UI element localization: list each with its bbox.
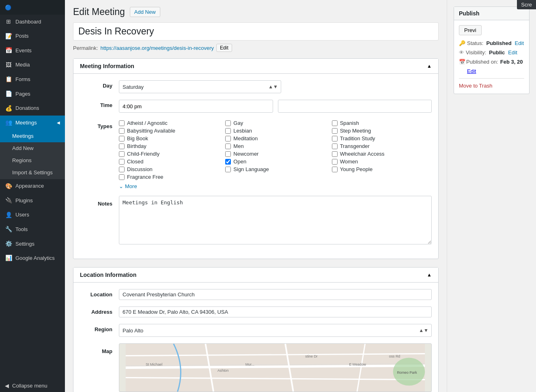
checkbox-wheelchair[interactable] <box>332 151 338 157</box>
time-input-start[interactable] <box>119 100 273 113</box>
permalink-url[interactable]: https://aasanjose.org/meetings/desis-in-… <box>100 45 214 51</box>
type-lesbian: Lesbian <box>225 127 325 135</box>
publish-box: Publish Previ 🔑 Status: Published Edit 👁… <box>454 6 530 94</box>
add-new-button[interactable]: Add New <box>130 7 160 17</box>
metabox-collapse-icon: ▲ <box>427 63 432 69</box>
sidebar-submenu-add-new[interactable]: Add New <box>0 142 65 154</box>
sidebar-item-forms[interactable]: 📋 Forms <box>0 72 65 87</box>
appearance-icon: 🎨 <box>5 182 12 191</box>
sidebar-item-posts[interactable]: 📝 Posts <box>0 29 65 44</box>
sidebar-item-meetings[interactable]: 👥 Meetings ◀ <box>0 116 65 130</box>
notes-textarea[interactable]: Meetings in English <box>119 196 432 244</box>
checkbox-transgender[interactable] <box>332 144 338 149</box>
notes-control: Meetings in English <box>119 196 432 246</box>
sidebar-item-events[interactable]: 📅 Events <box>0 43 65 58</box>
checkbox-young-people[interactable] <box>332 167 338 172</box>
checkbox-discussion[interactable] <box>119 167 125 172</box>
status-value: Published <box>486 40 511 46</box>
sidebar-item-donations[interactable]: 💰 Donations <box>0 101 65 116</box>
checkbox-fragrance-free[interactable] <box>119 174 125 180</box>
region-control: Palo Alto San Jose Santa Clara Mountain … <box>119 324 432 337</box>
dashboard-icon: ⊞ <box>5 18 12 26</box>
type-spanish-label: Spanish <box>340 120 359 126</box>
analytics-icon: 📊 <box>5 254 12 262</box>
sidebar-item-label: Events <box>15 47 32 54</box>
address-input[interactable] <box>119 306 432 317</box>
right-panel: Publish Previ 🔑 Status: Published Edit 👁… <box>447 0 536 392</box>
sidebar-submenu-regions[interactable]: Regions <box>0 154 65 167</box>
meeting-title-input[interactable] <box>73 22 439 41</box>
checkbox-men[interactable] <box>225 144 231 149</box>
sidebar-item-pages[interactable]: 📄 Pages <box>0 87 65 101</box>
forms-icon: 📋 <box>5 75 12 84</box>
sidebar-submenu-meetings[interactable]: Meetings <box>0 130 65 142</box>
checkbox-gay[interactable] <box>225 120 231 126</box>
location-info-header[interactable]: Location Information ▲ <box>73 268 438 283</box>
type-bigbook-label: Big Book <box>127 135 148 141</box>
region-select[interactable]: Palo Alto San Jose Santa Clara Mountain … <box>119 324 432 337</box>
checkbox-atheist[interactable] <box>119 120 125 126</box>
checkbox-birthday[interactable] <box>119 144 125 149</box>
types-col3: Spanish Step Meeting Tradition Study <box>332 119 432 189</box>
screen-options-button[interactable]: Scre <box>517 0 536 9</box>
type-lesbian-label: Lesbian <box>233 128 252 134</box>
sidebar-item-appearance[interactable]: 🎨 Appearance <box>0 179 65 194</box>
sidebar-item-settings[interactable]: ⚙️ Settings <box>0 237 65 251</box>
published-date-edit-link[interactable]: Edit <box>467 68 476 74</box>
day-control: Sunday Monday Tuesday Wednesday Thursday… <box>119 80 281 93</box>
meeting-info-header[interactable]: Meeting Information ▲ <box>73 59 438 74</box>
sidebar-item-dashboard[interactable]: ⊞ Dashboard <box>0 15 65 29</box>
move-to-trash-link[interactable]: Move to Trash <box>459 83 492 89</box>
day-select[interactable]: Sunday Monday Tuesday Wednesday Thursday… <box>119 80 281 93</box>
checkbox-closed[interactable] <box>119 159 125 165</box>
checkbox-spanish[interactable] <box>332 120 338 126</box>
more-link[interactable]: ⌄ More <box>119 183 219 189</box>
types-col1: Atheist / Agnostic Babysitting Available… <box>119 119 219 189</box>
collapse-menu-button[interactable]: ◀ Collapse menu <box>0 379 65 392</box>
sidebar-item-label: Plugins <box>15 197 33 204</box>
status-label: Status: <box>467 40 483 46</box>
sidebar-item-google-analytics[interactable]: 📊 Google Analytics <box>0 251 65 266</box>
events-icon: 📅 <box>5 47 12 55</box>
checkbox-bigbook[interactable] <box>119 136 125 141</box>
checkbox-child-friendly[interactable] <box>119 151 125 157</box>
checkbox-meditation[interactable] <box>225 136 231 141</box>
type-babysitting: Babysitting Available <box>119 127 219 135</box>
type-meditation-label: Meditation <box>233 135 258 141</box>
type-step-meeting-label: Step Meeting <box>340 128 371 134</box>
time-input-end[interactable] <box>278 100 432 113</box>
type-transgender-label: Transgender <box>340 143 370 149</box>
sidebar-submenu-import-settings[interactable]: Import & Settings <box>0 167 65 179</box>
map-control: St Michael Ashton Mur... stine Dr E Mead… <box>119 343 432 392</box>
region-label: Region <box>80 324 112 332</box>
location-input[interactable] <box>119 289 432 300</box>
checkbox-lesbian[interactable] <box>225 128 231 134</box>
sidebar-item-tools[interactable]: 🔧 Tools <box>0 222 65 237</box>
visibility-label: Visibility: <box>466 49 486 56</box>
checkbox-newcomer[interactable] <box>225 151 231 157</box>
status-edit-link[interactable]: Edit <box>515 40 524 46</box>
permalink-edit-button[interactable]: Edit <box>216 44 232 52</box>
type-newcomer: Newcomer <box>225 150 325 158</box>
checkbox-tradition-study[interactable] <box>332 136 338 141</box>
sidebar-item-media[interactable]: 🖼 Media <box>0 58 65 73</box>
sidebar-item-plugins[interactable]: 🔌 Plugins <box>0 193 65 208</box>
collapse-icon: ◀ <box>5 383 9 389</box>
checkbox-open[interactable] <box>225 159 231 165</box>
collapse-label: Collapse menu <box>12 383 47 389</box>
sidebar-item-label: Settings <box>15 240 34 248</box>
checkbox-women[interactable] <box>332 159 338 165</box>
checkbox-babysitting[interactable] <box>119 128 125 134</box>
type-men: Men <box>225 142 325 150</box>
checkbox-sign-language[interactable] <box>225 167 231 172</box>
visibility-edit-link[interactable]: Edit <box>508 49 517 56</box>
sidebar-item-label: Donations <box>15 105 39 112</box>
sidebar-item-users[interactable]: 👤 Users <box>0 208 65 223</box>
preview-button[interactable]: Previ <box>459 25 482 35</box>
type-sign-language: Sign Language <box>225 165 325 173</box>
notes-label: Notes <box>80 198 112 207</box>
types-grid: Atheist / Agnostic Babysitting Available… <box>119 119 432 189</box>
checkbox-step-meeting[interactable] <box>332 128 338 134</box>
svg-text:Ashton: Ashton <box>217 368 229 373</box>
type-open-label: Open <box>233 159 246 165</box>
